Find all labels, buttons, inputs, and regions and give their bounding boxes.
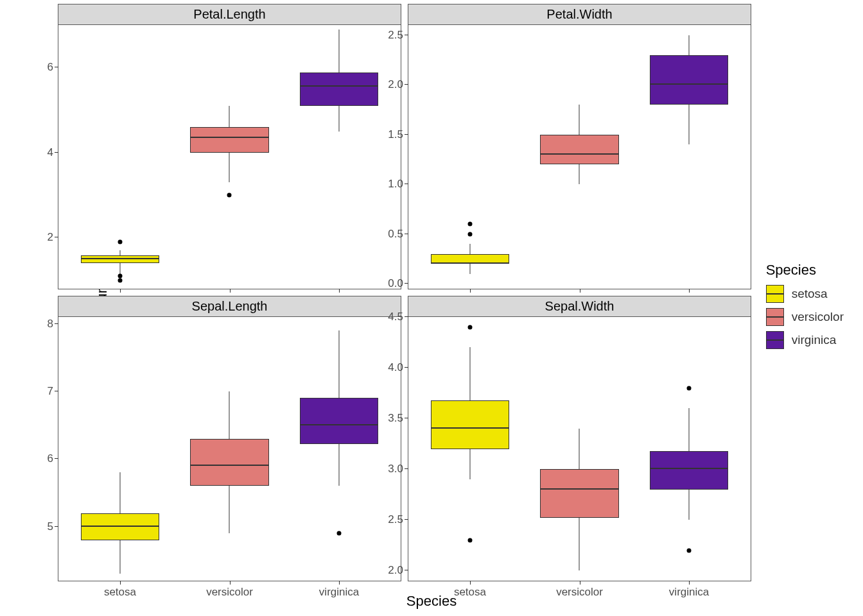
legend: Species setosaversicolorvirginica — [766, 262, 844, 354]
median-line — [650, 83, 729, 85]
x-tick — [689, 581, 690, 585]
outlier-point — [467, 222, 472, 227]
x-tick — [580, 581, 580, 585]
boxplot — [81, 25, 160, 289]
y-tick-label: 0.5 — [388, 228, 408, 241]
x-tick — [689, 289, 690, 293]
x-tick — [230, 289, 231, 293]
box — [300, 398, 379, 444]
x-tick — [120, 581, 121, 585]
boxplot — [190, 317, 269, 581]
boxplot — [650, 317, 729, 581]
y-tick-label: 3.0 — [388, 463, 408, 475]
y-tick-label: 5 — [48, 520, 58, 533]
facet-strip: Sepal.Width — [408, 296, 751, 317]
y-tick-label: 4.5 — [388, 311, 408, 323]
outlier-point — [118, 278, 122, 282]
median-line — [650, 468, 729, 469]
y-tick-label: 6 — [48, 452, 58, 465]
legend-item: virginica — [766, 331, 844, 349]
legend-item: versicolor — [766, 308, 844, 326]
y-tick-label: 3.5 — [388, 412, 408, 425]
median-line — [190, 137, 269, 138]
median-line — [81, 526, 160, 527]
boxplot — [81, 317, 160, 581]
boxplot — [300, 317, 379, 581]
x-tick — [230, 581, 231, 585]
box — [190, 127, 269, 153]
y-tick-label: 1.0 — [388, 178, 408, 191]
median-line — [431, 427, 510, 429]
facet-strip: Sepal.Length — [58, 296, 401, 317]
y-tick-label: 4 — [48, 146, 58, 159]
y-tick-label: 4.0 — [388, 361, 408, 374]
panel: Petal.Length246 — [58, 4, 401, 289]
outlier-point — [467, 325, 472, 329]
x-tick-label: virginica — [319, 586, 359, 599]
x-axis-label: Species — [406, 593, 457, 610]
box — [81, 513, 160, 540]
panel: Sepal.Length5678setosaversicolorvirginic… — [58, 296, 401, 581]
y-tick-label: 7 — [48, 385, 58, 398]
box — [81, 255, 160, 263]
legend-swatch — [766, 331, 784, 349]
panel: Petal.Width0.00.51.01.52.02.5 — [408, 4, 751, 289]
x-tick — [580, 289, 580, 293]
facet-grid: Petal.Length246Petal.Width0.00.51.01.52.… — [58, 4, 751, 581]
y-tick-label: 2.0 — [388, 78, 408, 91]
box — [190, 439, 269, 486]
x-tick — [120, 289, 121, 293]
legend-title: Species — [766, 262, 844, 278]
figure: Floral part measurement (mm) Species Pet… — [0, 0, 863, 616]
outlier-point — [227, 193, 232, 198]
plot-area: 246 — [58, 25, 401, 289]
outlier-point — [118, 240, 122, 244]
x-tick — [470, 289, 471, 293]
outlier-point — [467, 232, 472, 236]
median-line — [431, 262, 510, 264]
legend-label: versicolor — [792, 310, 844, 324]
legend-swatch — [766, 308, 784, 326]
outlier-point — [687, 548, 692, 552]
outlier-point — [337, 531, 342, 536]
facet-strip: Petal.Width — [408, 4, 751, 25]
median-line — [540, 488, 619, 490]
outlier-point — [118, 274, 122, 278]
legend-label: setosa — [792, 287, 828, 301]
legend-items: setosaversicolorvirginica — [766, 285, 844, 349]
boxplot — [431, 317, 510, 581]
y-tick-label: 6 — [48, 61, 58, 74]
y-tick-label: 2.5 — [388, 29, 408, 42]
box — [540, 135, 619, 165]
x-tick-label: virginica — [669, 586, 709, 599]
boxplot — [650, 25, 729, 289]
x-tick-label: versicolor — [206, 586, 253, 599]
boxplot — [190, 25, 269, 289]
median-line — [300, 424, 379, 425]
box — [431, 400, 510, 449]
facet-strip: Petal.Length — [58, 4, 401, 25]
boxplot — [431, 25, 510, 289]
y-tick-label: 2.0 — [388, 564, 408, 577]
outlier-point — [467, 538, 472, 542]
legend-swatch — [766, 285, 784, 303]
x-tick — [470, 581, 471, 585]
plot-area: 2.02.53.03.54.04.5setosaversicolorvirgin… — [408, 317, 751, 581]
legend-item: setosa — [766, 285, 844, 303]
median-line — [81, 258, 160, 259]
box — [540, 469, 619, 518]
y-tick-label: 2 — [48, 231, 58, 244]
plot-area: 0.00.51.01.52.02.5 — [408, 25, 751, 289]
box — [300, 73, 379, 106]
x-tick-label: versicolor — [556, 586, 603, 599]
box — [650, 55, 729, 105]
x-tick-label: setosa — [454, 586, 486, 599]
plot-area: 5678setosaversicolorvirginica — [58, 317, 401, 581]
panel: Sepal.Width2.02.53.03.54.04.5setosaversi… — [408, 296, 751, 581]
median-line — [190, 465, 269, 466]
y-tick-label: 2.5 — [388, 513, 408, 526]
outlier-point — [687, 386, 692, 390]
x-tick-label: setosa — [104, 586, 136, 599]
y-tick-label: 1.5 — [388, 128, 408, 141]
box — [650, 451, 729, 490]
